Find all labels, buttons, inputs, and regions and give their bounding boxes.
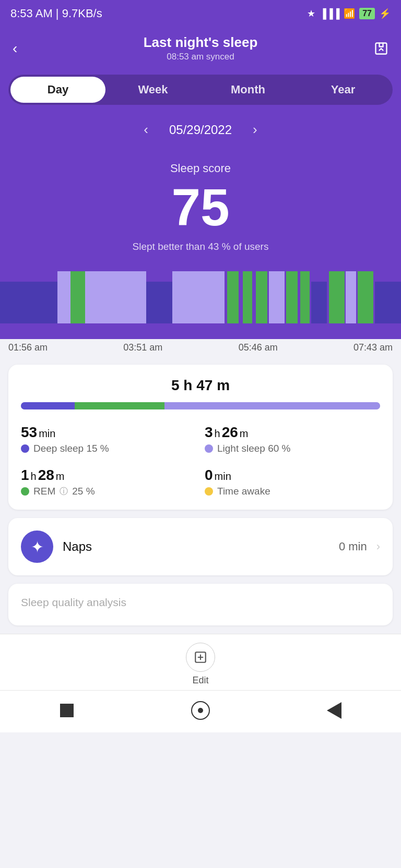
sleep-chart-svg [0,271,401,323]
status-icons: ★ ▐▐▐ 📶 77 ⚡ [307,8,391,19]
nav-square-button[interactable] [55,699,78,722]
tab-week[interactable]: Week [105,77,200,103]
battery-icon: 77 [359,8,375,19]
sleep-quality-label: Sleep quality analysis [21,596,380,609]
svg-rect-16 [346,271,356,323]
naps-label: Naps [63,539,329,554]
svg-rect-12 [286,271,298,323]
deep-sleep-label-row: Deep sleep 15 % [21,443,196,454]
chart-time-labels: 01:56 am 03:51 am 05:46 am 07:43 am [0,339,401,356]
sync-status: 08:53 am synced [36,52,365,62]
deep-sleep-value: 53 min [21,424,196,441]
svg-rect-17 [358,271,373,323]
awake-label: Time awake [217,486,270,497]
edit-button[interactable] [186,643,215,672]
cards-section: 5 h 47 m 53 min Deep sleep 15 % [0,356,401,625]
tab-month[interactable]: Month [200,77,296,103]
nav-home-icon [191,701,210,720]
svg-rect-8 [227,271,239,323]
rem-sleep-value: 1 h 28 m [21,467,196,484]
sleep-score-subtext: Slept better than 43 % of users [0,241,401,263]
bar-deep-sleep [21,402,75,409]
current-date: 05/29/2022 [169,123,232,137]
prev-date-button[interactable]: ‹ [137,118,155,141]
svg-rect-2 [0,282,57,323]
rem-sleep-stat: 1 h 28 m REM ⓘ 25 % [21,467,196,497]
page-title: Last night's sleep [36,34,365,51]
awake-value: 0 min [205,467,380,484]
sleep-score-section: Sleep score 75 Slept better than 43 % of… [0,151,401,271]
next-date-button[interactable]: › [246,118,264,141]
rem-sleep-pct: 25 % [72,486,95,497]
bluetooth-icon: ★ [307,8,315,19]
naps-star-icon: ✦ [31,538,44,556]
bar-rem-sleep [75,402,164,409]
awake-stat: 0 min Time awake [205,467,380,497]
sleep-chart [0,271,401,339]
tab-day[interactable]: Day [10,77,105,103]
svg-rect-15 [329,271,345,323]
rem-sleep-label: REM [33,486,55,497]
sleep-score-value: 75 [0,178,401,236]
svg-rect-9 [243,271,252,323]
sleep-stage-bar [21,402,380,409]
export-button[interactable] [365,41,388,56]
status-time-network: 8:53 AM | 9.7KB/s [10,7,102,20]
tab-bar: Day Week Month Year [0,67,401,114]
nav-back-icon [327,702,341,719]
naps-value: 0 min [339,540,367,553]
svg-rect-18 [375,282,401,323]
edit-label: Edit [192,675,208,686]
svg-rect-4 [70,271,85,323]
time-label-2: 03:51 am [123,342,162,353]
bottom-edit-bar: Edit [0,634,401,690]
deep-sleep-dot [21,444,29,453]
naps-arrow-icon: › [376,540,380,553]
time-label-4: 07:43 am [353,342,393,353]
tab-year[interactable]: Year [296,77,391,103]
naps-card-inner: ✦ Naps 0 min › [21,531,380,563]
sleep-quality-card[interactable]: Sleep quality analysis [8,584,393,625]
rem-info-icon: ⓘ [60,486,68,497]
nav-square-icon [60,704,74,717]
svg-rect-13 [300,271,310,323]
back-button[interactable]: ‹ [13,40,36,57]
tab-container: Day Week Month Year [8,75,393,105]
rem-sleep-label-row: REM ⓘ 25 % [21,486,196,497]
awake-label-row: Time awake [205,486,380,497]
awake-dot [205,487,213,496]
nav-back-button[interactable] [323,699,346,722]
signal-icon: ▐▐▐ [320,8,339,19]
total-duration: 5 h 47 m [21,377,380,394]
bar-light-sleep [164,402,380,409]
deep-sleep-label: Deep sleep 15 % [33,443,109,454]
system-nav-bar [0,690,401,732]
svg-rect-11 [269,271,285,323]
naps-card[interactable]: ✦ Naps 0 min › [8,518,393,575]
light-sleep-value: 3 h 26 m [205,424,380,441]
deep-sleep-stat: 53 min Deep sleep 15 % [21,424,196,454]
svg-rect-5 [89,271,146,323]
light-sleep-dot [205,444,213,453]
light-sleep-stat: 3 h 26 m Light sleep 60 % [205,424,380,454]
svg-rect-7 [172,271,225,323]
light-sleep-label-row: Light sleep 60 % [205,443,380,454]
light-sleep-label: Light sleep 60 % [217,443,291,454]
svg-rect-14 [311,282,327,323]
date-navigation: ‹ 05/29/2022 › [0,114,401,151]
sleep-score-label: Sleep score [0,162,401,175]
time-label-3: 05:46 am [239,342,278,353]
header: ‹ Last night's sleep 08:53 am synced [0,27,401,67]
svg-rect-10 [256,271,267,323]
rem-sleep-dot [21,487,29,496]
time-label-1: 01:56 am [8,342,48,353]
nav-home-inner [198,708,203,713]
svg-rect-6 [146,282,172,323]
sleep-stats-grid: 53 min Deep sleep 15 % 3 h 26 m [21,424,380,497]
nav-home-button[interactable] [189,699,212,722]
naps-icon-circle: ✦ [21,531,53,563]
duration-card: 5 h 47 m 53 min Deep sleep 15 % [8,365,393,510]
wifi-icon: 📶 [344,8,355,19]
status-bar: 8:53 AM | 9.7KB/s ★ ▐▐▐ 📶 77 ⚡ [0,0,401,27]
charging-icon: ⚡ [379,8,391,19]
